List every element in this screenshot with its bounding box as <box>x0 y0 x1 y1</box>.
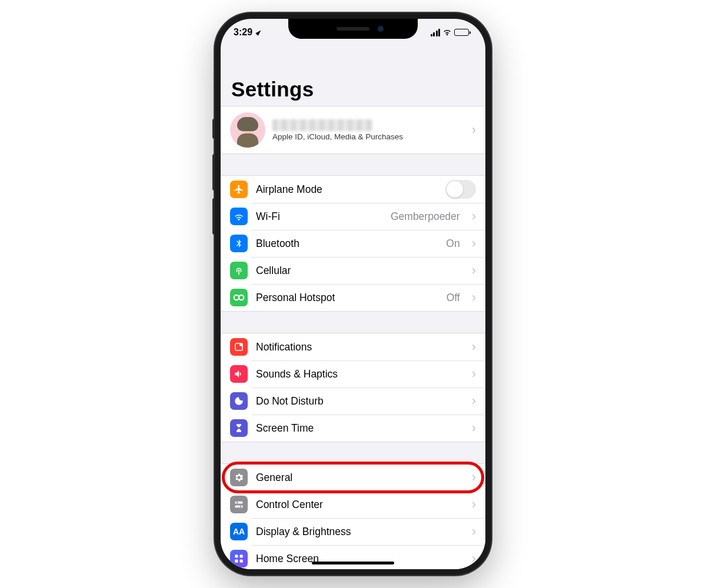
display-icon: AA <box>230 523 248 540</box>
chevron-right-icon: › <box>472 366 476 382</box>
chevron-right-icon: › <box>472 551 476 566</box>
bluetooth-icon <box>230 235 248 252</box>
cellular-signal-icon <box>431 29 441 36</box>
dnd-icon <box>230 392 248 410</box>
row-label: Screen Time <box>256 422 464 435</box>
page-title: Settings <box>221 46 485 106</box>
row-label: Display & Brightness <box>256 526 464 538</box>
svg-point-1 <box>239 295 244 300</box>
avatar <box>230 112 265 148</box>
hotspot-value: Off <box>447 292 460 304</box>
hotspot-icon <box>230 289 248 306</box>
settings-content[interactable]: Settings Apple ID, iCloud, Media & Purch… <box>221 46 485 569</box>
battery-icon <box>454 29 469 36</box>
row-general[interactable]: General › <box>221 464 485 491</box>
notifications-icon <box>230 338 248 356</box>
wifi-value: Gemberpoeder <box>391 211 460 223</box>
front-camera <box>378 26 384 32</box>
chevron-right-icon: › <box>472 524 476 539</box>
chevron-right-icon: › <box>472 497 476 512</box>
row-label: Notifications <box>256 341 464 353</box>
status-time: 3:29 <box>234 27 252 38</box>
row-label: Airplane Mode <box>256 183 437 196</box>
row-label: Personal Hotspot <box>256 292 438 304</box>
row-notifications[interactable]: Notifications › <box>221 333 485 360</box>
speaker-grille <box>337 27 369 31</box>
location-icon <box>255 29 262 35</box>
row-screentime[interactable]: Screen Time › <box>221 415 485 442</box>
chevron-right-icon: › <box>472 290 476 305</box>
row-bluetooth[interactable]: Bluetooth On › <box>221 230 485 257</box>
phone-frame: 3:29 Settings Apple ID, iCloud, Media & … <box>215 13 491 575</box>
chevron-right-icon: › <box>472 236 476 251</box>
chevron-right-icon: › <box>472 470 476 485</box>
home-screen-icon <box>230 550 248 567</box>
general-section: General › Control Center › AA Display & … <box>221 463 485 569</box>
row-home-screen[interactable]: Home Screen › <box>221 545 485 569</box>
svg-rect-5 <box>235 506 243 508</box>
svg-point-6 <box>237 502 238 503</box>
home-indicator[interactable] <box>312 562 394 564</box>
row-wifi[interactable]: Wi-Fi Gemberpoeder › <box>221 203 485 230</box>
svg-point-0 <box>234 295 239 300</box>
apple-id-section: Apple ID, iCloud, Media & Purchases › <box>221 106 485 154</box>
row-label: Sounds & Haptics <box>256 368 464 380</box>
svg-rect-10 <box>235 560 238 563</box>
chevron-right-icon: › <box>472 263 476 278</box>
wifi-settings-icon <box>230 208 248 225</box>
control-center-icon <box>230 496 248 513</box>
svg-point-3 <box>239 343 242 346</box>
row-label: Control Center <box>256 499 464 511</box>
notch <box>288 19 418 39</box>
row-control-center[interactable]: Control Center › <box>221 491 485 518</box>
svg-rect-8 <box>235 554 238 557</box>
row-label: General <box>256 472 464 484</box>
airplane-toggle[interactable] <box>445 180 476 199</box>
sounds-icon <box>230 365 248 383</box>
row-cellular[interactable]: Cellular › <box>221 257 485 284</box>
row-display[interactable]: AA Display & Brightness › <box>221 518 485 545</box>
svg-rect-4 <box>235 502 243 504</box>
svg-rect-11 <box>240 560 243 563</box>
chevron-right-icon: › <box>472 393 476 409</box>
svg-point-7 <box>240 506 242 507</box>
general-icon <box>230 469 248 486</box>
wifi-icon <box>442 29 452 36</box>
row-label: Do Not Disturb <box>256 395 464 407</box>
screentime-icon <box>230 419 248 437</box>
row-hotspot[interactable]: Personal Hotspot Off › <box>221 284 485 311</box>
screen: 3:29 Settings Apple ID, iCloud, Media & … <box>221 19 485 569</box>
chevron-right-icon: › <box>472 122 476 138</box>
bluetooth-value: On <box>446 238 459 250</box>
chevron-right-icon: › <box>472 339 476 355</box>
row-sounds[interactable]: Sounds & Haptics › <box>221 360 485 387</box>
cellular-icon <box>230 262 248 279</box>
svg-rect-9 <box>240 554 243 557</box>
apple-id-row[interactable]: Apple ID, iCloud, Media & Purchases › <box>221 106 485 153</box>
connectivity-section: Airplane Mode Wi-Fi Gemberpoeder › Bluet… <box>221 175 485 312</box>
row-airplane[interactable]: Airplane Mode <box>221 176 485 203</box>
row-dnd[interactable]: Do Not Disturb › <box>221 387 485 415</box>
airplane-icon <box>230 181 248 198</box>
notifications-section: Notifications › Sounds & Haptics › Do No… <box>221 333 485 442</box>
row-label: Cellular <box>256 265 464 277</box>
apple-id-subtitle: Apple ID, iCloud, Media & Purchases <box>272 132 465 141</box>
apple-id-name-redacted <box>272 119 372 131</box>
row-label: Bluetooth <box>256 238 438 250</box>
row-label: Wi-Fi <box>256 211 382 223</box>
chevron-right-icon: › <box>472 420 476 436</box>
chevron-right-icon: › <box>472 209 476 224</box>
